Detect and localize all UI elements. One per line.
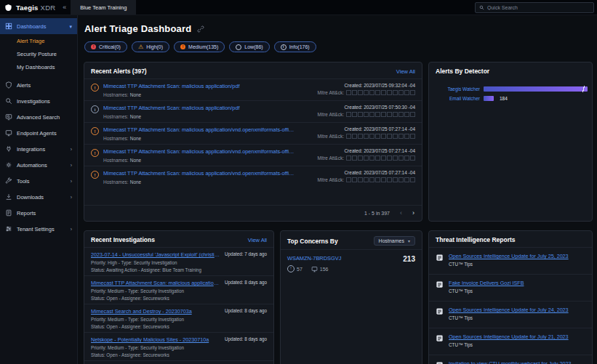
investigation-title-link[interactable]: Mimecast Search and Destroy - 20230703a bbox=[91, 308, 220, 315]
alert-title-link[interactable]: Mimecast TTP Attachment Scan: malicious … bbox=[103, 148, 296, 155]
pagination-next-button[interactable]: › bbox=[412, 210, 414, 217]
sidebar-item-label: Endpoint Agents bbox=[17, 130, 57, 137]
sidebar: Dashboards ▾ Alert Triage Security Postu… bbox=[0, 15, 78, 364]
sidebar-item-endpoint-agents[interactable]: Endpoint Agents bbox=[0, 125, 77, 141]
investigation-updated: Updated: 7 days ago bbox=[225, 251, 267, 256]
report-icon bbox=[436, 361, 444, 364]
alert-row[interactable]: ! Mimecast TTP Attachment Scan: maliciou… bbox=[84, 122, 422, 144]
download-icon bbox=[5, 193, 12, 201]
tenant-tab[interactable]: Blue Team Training bbox=[71, 0, 137, 15]
hostnames-label: Hostnames: bbox=[103, 136, 129, 141]
sidebar-item-label: Tenant Settings bbox=[17, 226, 55, 232]
hostnames-value: None bbox=[130, 179, 142, 185]
alert-title-link[interactable]: Mimecast TTP Attachment Scan: malicious … bbox=[103, 83, 296, 89]
monitor-search-icon bbox=[5, 113, 12, 121]
report-subtitle: CTU™ Tips bbox=[449, 288, 524, 294]
pill-low[interactable]: Low(86) bbox=[229, 41, 269, 52]
medium-icon: ! bbox=[180, 44, 185, 49]
search-input[interactable] bbox=[487, 5, 590, 10]
brand-taegis: Taegis bbox=[16, 4, 39, 12]
hostnames-label: Hostnames: bbox=[103, 179, 129, 185]
investigation-title-link[interactable]: 2023-07-14 - Unsuccessful 'Javascript Ex… bbox=[91, 251, 220, 258]
sidebar-item-label: Investigations bbox=[17, 98, 50, 105]
sidebar-subitem-alert-triage[interactable]: Alert Triage bbox=[0, 34, 77, 47]
alert-title-link[interactable]: Mimecast TTP Attachment Scan: malicious … bbox=[103, 105, 296, 111]
mitre-attack-boxes bbox=[345, 155, 415, 161]
mitre-label: Mitre Att&ck: bbox=[318, 134, 344, 139]
threat-intel-row[interactable]: Open Sources Intelligence Update for Jul… bbox=[429, 247, 592, 274]
investigation-row[interactable]: Mimecast TTP Attachment Scan: malicious … bbox=[84, 275, 273, 304]
hostname-link[interactable]: WSAMZN-7BRDSGVJ bbox=[287, 255, 341, 262]
detector-label-link[interactable]: Taegis Watcher bbox=[435, 86, 480, 92]
detector-label-link[interactable]: Email Watcher bbox=[435, 96, 480, 101]
sidebar-item-automations[interactable]: Automations › bbox=[0, 157, 77, 173]
sidebar-subitem-my-dashboards[interactable]: My Dashboards bbox=[0, 60, 77, 73]
pill-info[interactable]: i Info(176) bbox=[274, 41, 316, 52]
threat-intel-row[interactable]: Open Sources Intelligence Update for Jul… bbox=[429, 328, 592, 355]
copy-link-icon[interactable] bbox=[197, 25, 204, 33]
alert-row[interactable]: ! Mimecast TTP Attachment Scan: maliciou… bbox=[84, 78, 422, 100]
sidebar-item-reports[interactable]: Reports bbox=[0, 205, 77, 221]
threat-intel-row[interactable]: Fake Invoice Delivers Gozi ISFB CTU™ Tip… bbox=[429, 274, 592, 301]
chevron-right-icon: › bbox=[71, 195, 72, 200]
investigation-row[interactable]: Netskope - Potentially Malicious Sites -… bbox=[84, 332, 273, 360]
threat-intel-row[interactable]: Open Sources Intelligence Update for Jul… bbox=[429, 301, 592, 328]
threat-intel-row[interactable]: Invitation to view CTU monthly webcast f… bbox=[429, 355, 592, 364]
alert-created: Created: 2023/07/25 07:50:30 -04 bbox=[300, 105, 415, 110]
hostnames-value: None bbox=[130, 136, 142, 141]
detector-bar[interactable] bbox=[484, 96, 494, 101]
quick-search[interactable] bbox=[475, 2, 594, 13]
alert-row[interactable]: ! Mimecast TTP Attachment Scan: maliciou… bbox=[84, 144, 422, 166]
recent-investigations-card: Recent Investigations View All 2023-07-1… bbox=[84, 230, 274, 364]
report-title-link[interactable]: Fake Invoice Delivers Gozi ISFB bbox=[449, 280, 524, 286]
report-title-link[interactable]: Open Sources Intelligence Update for Jul… bbox=[449, 333, 569, 340]
pagination-prev-button[interactable]: ‹ bbox=[400, 210, 402, 217]
report-icon bbox=[436, 280, 444, 288]
alert-row[interactable]: i Mimecast TTP Attachment Scan: maliciou… bbox=[84, 100, 422, 122]
alert-title-link[interactable]: Mimecast TTP Attachment Scan: malicious … bbox=[103, 126, 296, 133]
pill-label: Critical(0) bbox=[99, 44, 121, 49]
dropdown-selected-value: Hostnames bbox=[379, 238, 404, 243]
detector-bar[interactable] bbox=[484, 86, 588, 92]
sidebar-collapse-icon[interactable]: « bbox=[63, 4, 66, 11]
report-title-link[interactable]: Invitation to view CTU monthly webcast f… bbox=[449, 360, 572, 364]
alert-count-icon: ! bbox=[287, 265, 295, 272]
investigation-row[interactable]: Investigation Test - PagerDuty Updated: … bbox=[84, 360, 273, 364]
chevron-right-icon: › bbox=[71, 227, 72, 232]
view-all-link[interactable]: View All bbox=[396, 68, 415, 75]
hostnames-value: None bbox=[130, 114, 142, 119]
sidebar-item-tenant-settings[interactable]: Tenant Settings › bbox=[0, 221, 77, 237]
top-concern-row[interactable]: WSAMZN-7BRDSGVJ ! 57 156 bbox=[281, 249, 422, 278]
pill-medium[interactable]: ! Medium(135) bbox=[174, 41, 225, 52]
sidebar-item-integrations[interactable]: Integrations › bbox=[0, 141, 77, 157]
sidebar-item-tools[interactable]: Tools › bbox=[0, 173, 77, 189]
pill-high[interactable]: ⚠ High(0) bbox=[132, 41, 169, 52]
alert-title-link[interactable]: Mimecast TTP Attachment Scan: malicious … bbox=[103, 170, 296, 177]
investigation-priority-type: Priority: Medium - Type: Security Invest… bbox=[91, 317, 267, 322]
sidebar-item-investigations[interactable]: Investigations bbox=[0, 93, 77, 109]
brand-xdr: XDR bbox=[41, 4, 56, 12]
investigation-row[interactable]: Mimecast Search and Destroy - 20230703a … bbox=[84, 304, 273, 332]
sidebar-item-advanced-search[interactable]: Advanced Search bbox=[0, 109, 77, 125]
recent-alerts-card: Recent Alerts (397) View All ! Mimecast … bbox=[84, 62, 422, 222]
hostnames-label: Hostnames: bbox=[103, 92, 129, 97]
sidebar-subitem-security-posture[interactable]: Security Posture bbox=[0, 47, 77, 60]
sidebar-item-dashboards[interactable]: Dashboards ▾ bbox=[0, 18, 77, 34]
investigation-title-link[interactable]: Netskope - Potentially Malicious Sites -… bbox=[91, 336, 220, 343]
investigation-row[interactable]: 2023-07-14 - Unsuccessful 'Javascript Ex… bbox=[84, 247, 273, 275]
pill-critical[interactable]: ! Critical(0) bbox=[84, 41, 127, 52]
investigation-updated: Updated: 8 days ago bbox=[225, 308, 267, 313]
hostnames-label: Hostnames: bbox=[103, 114, 129, 119]
report-title-link[interactable]: Open Sources Intelligence Update for Jul… bbox=[449, 253, 569, 259]
severity-filter-pills: ! Critical(0) ⚠ High(0) ! Medium(135) Lo… bbox=[84, 41, 593, 52]
view-all-link[interactable]: View All bbox=[248, 237, 267, 243]
investigation-title-link[interactable]: Mimecast TTP Attachment Scan: malicious … bbox=[91, 280, 220, 286]
sidebar-item-downloads[interactable]: Downloads › bbox=[0, 189, 77, 205]
sidebar-item-alerts[interactable]: Alerts bbox=[0, 77, 77, 93]
mitre-attack-boxes bbox=[345, 90, 415, 95]
alert-row[interactable]: ! Mimecast TTP Attachment Scan: maliciou… bbox=[84, 166, 422, 187]
search-icon bbox=[479, 5, 484, 10]
report-title-link[interactable]: Open Sources Intelligence Update for Jul… bbox=[449, 307, 569, 313]
critical-icon: ! bbox=[91, 44, 96, 49]
top-concerns-dimension-select[interactable]: Hostnames ▾ bbox=[374, 236, 415, 246]
